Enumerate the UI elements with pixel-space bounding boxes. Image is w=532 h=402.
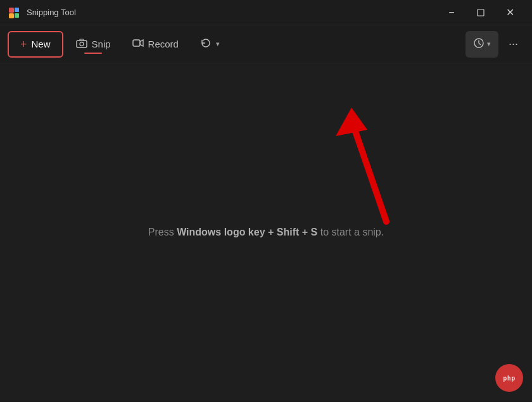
refresh-button[interactable]: ▾ (191, 31, 229, 58)
snip-button[interactable]: Snip (67, 31, 120, 58)
main-content: Press Windows logo key + Shift + S to st… (0, 63, 532, 401)
php-badge-label: php (503, 375, 516, 382)
new-button[interactable]: + New (8, 31, 63, 58)
minimize-button[interactable]: − (437, 3, 466, 23)
toolbar: + New Snip Record ▾ (0, 25, 532, 63)
record-icon (132, 37, 144, 51)
svg-rect-0 (9, 8, 14, 13)
arrow-indicator (329, 101, 431, 228)
refresh-chevron: ▾ (216, 40, 220, 48)
svg-point-6 (80, 42, 84, 46)
svg-rect-7 (133, 40, 140, 46)
title-bar: Snipping Tool − ✕ (0, 0, 532, 25)
close-button[interactable]: ✕ (495, 3, 524, 23)
timer-button[interactable]: ▾ (466, 31, 498, 58)
snip-label: Snip (92, 39, 111, 49)
app-icon (8, 6, 20, 19)
svg-line-9 (352, 120, 386, 222)
record-label: Record (148, 39, 179, 49)
clock-icon (473, 37, 484, 51)
refresh-icon (200, 37, 212, 51)
svg-marker-10 (336, 108, 367, 136)
svg-rect-1 (15, 8, 19, 12)
new-label: New (32, 39, 51, 49)
svg-rect-4 (478, 9, 484, 16)
camera-icon (76, 37, 87, 51)
record-button[interactable]: Record (124, 31, 187, 58)
svg-rect-3 (9, 13, 14, 18)
php-badge: php (495, 364, 523, 392)
plus-icon: + (20, 39, 27, 50)
svg-rect-5 (77, 41, 87, 47)
hint-bold: Windows logo key + Shift + S (177, 227, 317, 237)
maximize-button[interactable] (466, 3, 495, 23)
svg-rect-2 (15, 13, 19, 18)
app-title: Snipping Tool (27, 8, 431, 17)
window-controls: − ✕ (437, 3, 524, 23)
hint-text: Press Windows logo key + Shift + S to st… (148, 227, 384, 238)
timer-chevron: ▾ (487, 40, 491, 48)
more-button[interactable]: ··· (502, 31, 524, 58)
snip-underline (84, 53, 102, 54)
